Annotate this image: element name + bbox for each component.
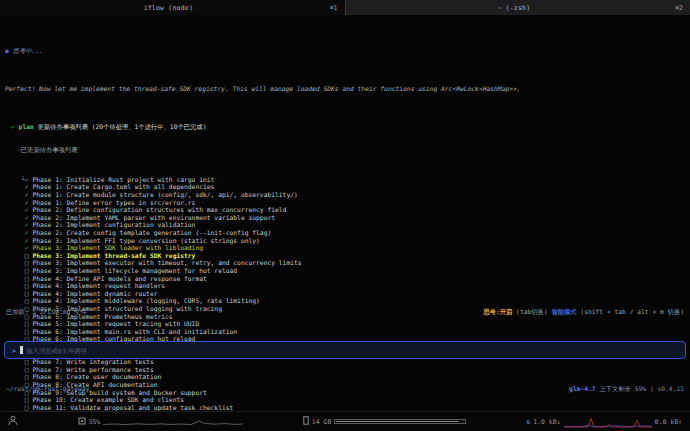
- cli-status-line: 已加载: 1 IFLOW.md 文件 思考:开启 (tab切换) 智能模式 (s…: [4, 308, 686, 319]
- thinking-spinner-icon: ●: [5, 47, 9, 54]
- cli-bottom-group: 已加载: 1 IFLOW.md 文件 思考:开启 (tab切换) 智能模式 (s…: [0, 293, 690, 408]
- todo-item: ✓ Phase 2: Define configuration structur…: [5, 206, 685, 214]
- tab-zsh-shortcut: ⌘2: [675, 4, 683, 12]
- working-directory: ~/rust/gm-rust-gateway: [6, 385, 89, 393]
- prompt-chevron-icon: >: [12, 347, 16, 355]
- network-download-rate: 1.0 kB↓: [533, 418, 560, 426]
- tab-iflow-title: iflow (node): [7, 4, 330, 12]
- memory-widget: 14 GB: [303, 416, 467, 427]
- cpu-sparkline: [103, 416, 243, 427]
- smart-mode-hint: (shift + tab / alt + m 切换): [577, 308, 684, 315]
- todo-item: ✓ Phase 1: Create module structure (conf…: [5, 191, 685, 199]
- todo-item: □ Phase 3: Implement executor with timeo…: [5, 259, 685, 267]
- cli-footer: ~/rust/gm-rust-gateway glm-4.7 上下文剩余 59%…: [4, 385, 686, 393]
- tab-bar: iflow (node) ⌘1 ~ (-zsh) ⌘2: [0, 0, 690, 15]
- plan-tool-name: plan: [19, 123, 34, 130]
- todo-item: ✓ Phase 2: Create config template genera…: [5, 229, 685, 237]
- network-graph: [564, 416, 652, 428]
- message-input[interactable]: > 输入消息或@文件路径: [4, 341, 686, 359]
- todo-item: □ Phase 4: Implement request handlers: [5, 282, 685, 290]
- todo-item: ✓ Phase 2: Implement configuration valid…: [5, 221, 685, 229]
- todo-item: ✓ Phase 1: Define error types in src/err…: [5, 199, 685, 207]
- mode-indicators: 思考:开启 (tab切换) 智能模式 (shift + tab / alt + …: [483, 308, 684, 316]
- cpu-percentage: 35%: [89, 418, 101, 426]
- tab-zsh-title: ~ (-zsh): [353, 4, 676, 12]
- memory-bar: [334, 419, 466, 424]
- loaded-context-files: 已加载: 1 IFLOW.md 文件: [6, 308, 87, 316]
- user-icon: [8, 415, 18, 428]
- text-cursor: [20, 346, 24, 354]
- tab-zsh[interactable]: ~ (-zsh) ⌘2: [345, 0, 690, 15]
- cpu-icon: [78, 417, 86, 427]
- thinking-label: 思考中...: [13, 47, 43, 54]
- model-status: glm-4.7 上下文剩余 59% | v0.4.15: [569, 385, 684, 393]
- todo-item: ✓ Phase 3: Implement SDK loader with lib…: [5, 244, 685, 252]
- plan-header: ✓ plan 更新待办事项列表 (20个待处理、1个进行中、10个已完成): [5, 123, 685, 131]
- thinking-mode-toggle: 思考:开启: [483, 308, 512, 315]
- todo-item: □ Phase 3: Implement thread-safe SDK reg…: [5, 252, 685, 260]
- assistant-message: Perfect! Now let me implement the thread…: [5, 85, 685, 93]
- cli-version: | v0.4.15: [650, 385, 684, 392]
- todo-item: ✓ Phase 2: Implement YAML parser with en…: [5, 214, 685, 222]
- tab-iflow-shortcut: ⌘1: [330, 4, 338, 12]
- todo-item: □ Phase 3: Implement lifecycle managemen…: [5, 267, 685, 275]
- context-remaining: 上下文剩余 59%: [596, 385, 650, 392]
- thinking-mode-hint: (tab切换): [512, 308, 551, 315]
- thinking-indicator: ● 思考中...: [5, 47, 685, 55]
- network-upload-rate: 0.0 kB↑: [655, 418, 682, 426]
- todo-item: ✓ Phase 3: Implement FFI type conversion…: [5, 237, 685, 245]
- todo-item: └✓ Phase 1: Initialize Rust project with…: [5, 176, 685, 184]
- smart-mode-toggle: 智能模式: [551, 308, 576, 315]
- plan-subtitle: -已更新待办事项列表: [5, 146, 685, 154]
- plan-summary: 更新待办事项列表 (20个待处理、1个进行中、10个已完成): [34, 123, 207, 130]
- tab-iflow[interactable]: iflow (node) ⌘1: [0, 0, 345, 15]
- network-widget: ⇅ 1.0 kB↓ 0.0 kB↑: [526, 416, 682, 428]
- model-name: glm-4.7: [569, 385, 596, 392]
- todo-item: □ Phase 4: Define API models and respons…: [5, 275, 685, 283]
- terminal-pane: ● 思考中... Perfect! Now let me implement t…: [0, 15, 690, 411]
- memory-icon: [303, 416, 309, 427]
- memory-amount: 14 GB: [312, 418, 332, 426]
- system-status-bar: 35% 14 GB ⇅ 1.0 kB↓ 0.0 kB↑: [0, 411, 690, 431]
- todo-item: ✓ Phase 1: Create Cargo.toml with all de…: [5, 183, 685, 191]
- network-arrows-icon: ⇅: [526, 418, 530, 426]
- check-icon: ✓: [11, 123, 15, 130]
- cpu-widget: 35%: [78, 416, 244, 427]
- input-placeholder: 输入消息或@文件路径: [26, 347, 86, 355]
